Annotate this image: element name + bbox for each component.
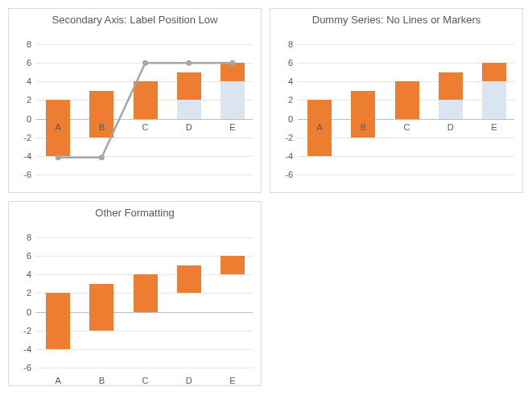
orange-bar bbox=[395, 81, 419, 119]
category-label: E bbox=[221, 122, 245, 132]
category-label: D bbox=[439, 122, 463, 132]
orange-bar bbox=[482, 63, 506, 81]
category-label: A bbox=[46, 376, 70, 385]
category-label: D bbox=[177, 376, 201, 385]
chart-title: Other Formatting bbox=[9, 202, 261, 224]
y-tick-label: -4 bbox=[23, 344, 31, 354]
orange-bar bbox=[46, 293, 70, 349]
plot-area: ABCDE bbox=[36, 228, 253, 377]
category-label: A bbox=[307, 122, 332, 132]
grid-line bbox=[36, 368, 253, 368]
y-tick-label: -4 bbox=[23, 151, 31, 161]
category-label: C bbox=[134, 122, 158, 132]
y-tick-label: 6 bbox=[27, 251, 31, 261]
y-tick-label: -6 bbox=[23, 170, 31, 179]
y-tick-label: 0 bbox=[288, 114, 293, 124]
category-label: A bbox=[46, 122, 70, 132]
category-label: C bbox=[395, 122, 419, 132]
category-label: B bbox=[351, 122, 375, 132]
y-tick-label: 2 bbox=[288, 95, 293, 105]
orange-bar bbox=[221, 63, 245, 81]
orange-bar bbox=[134, 81, 158, 119]
grid-line bbox=[36, 349, 253, 350]
category-label: C bbox=[134, 376, 158, 385]
orange-bar bbox=[439, 72, 463, 101]
orange-bar bbox=[134, 274, 158, 312]
chart-panel-c1: Secondary Axis: Label Position Low-6-4-2… bbox=[8, 8, 262, 193]
chart-panel-c2: Dummy Series: No Lines or Markers-6-4-20… bbox=[270, 8, 523, 193]
category-label: B bbox=[89, 122, 113, 132]
orange-bar bbox=[89, 284, 113, 331]
pale-bar bbox=[439, 100, 463, 118]
y-tick-label: -2 bbox=[23, 326, 31, 335]
y-tick-label: 2 bbox=[27, 288, 31, 298]
y-tick-label: 8 bbox=[27, 39, 31, 49]
y-tick-label: -6 bbox=[23, 363, 31, 372]
y-tick-label: 0 bbox=[27, 307, 31, 317]
y-tick-label: 4 bbox=[27, 269, 31, 279]
grid-line bbox=[36, 44, 253, 45]
grid-line bbox=[298, 44, 514, 45]
orange-bar bbox=[177, 72, 201, 101]
category-label: E bbox=[482, 122, 506, 132]
y-tick-label: -2 bbox=[285, 133, 293, 142]
y-tick-label: 6 bbox=[288, 58, 293, 68]
plot-area: ABCDE bbox=[298, 35, 514, 184]
pale-bar bbox=[177, 100, 201, 118]
y-tick-label: 4 bbox=[27, 76, 31, 86]
y-axis: -6-4-202468 bbox=[270, 35, 298, 184]
grid-line bbox=[36, 175, 253, 175]
y-axis: -6-4-202468 bbox=[9, 35, 36, 184]
y-tick-label: 8 bbox=[27, 232, 31, 242]
y-tick-label: -2 bbox=[23, 133, 31, 142]
pale-bar bbox=[221, 81, 245, 119]
category-label: B bbox=[89, 376, 113, 385]
y-tick-label: -4 bbox=[285, 151, 293, 161]
y-tick-label: 2 bbox=[27, 95, 31, 105]
y-tick-label: 8 bbox=[288, 39, 293, 49]
grid-line bbox=[298, 156, 514, 157]
chart-title: Dummy Series: No Lines or Markers bbox=[270, 9, 522, 31]
orange-bar bbox=[177, 265, 201, 294]
chart-panel-c3: Other Formatting-6-4-202468ABCDE bbox=[8, 201, 262, 386]
y-tick-label: -6 bbox=[285, 170, 293, 179]
y-axis: -6-4-202468 bbox=[9, 228, 36, 377]
grid-line bbox=[298, 175, 514, 175]
y-tick-label: 4 bbox=[288, 76, 293, 86]
category-label: E bbox=[221, 376, 245, 385]
chart-title: Secondary Axis: Label Position Low bbox=[9, 9, 261, 31]
plot-area: ABCDE bbox=[36, 35, 253, 184]
grid-line bbox=[36, 237, 253, 238]
category-label: D bbox=[177, 122, 201, 132]
pale-bar bbox=[482, 81, 506, 119]
orange-bar bbox=[221, 256, 245, 274]
y-tick-label: 0 bbox=[27, 114, 31, 124]
grid-line bbox=[36, 156, 253, 157]
y-tick-label: 6 bbox=[27, 58, 31, 68]
